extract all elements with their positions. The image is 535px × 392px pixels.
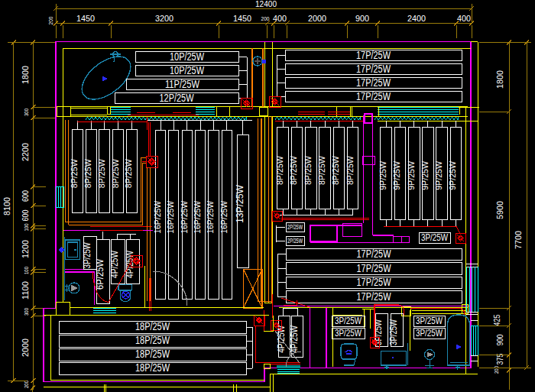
svg-text:425: 425 — [492, 314, 501, 326]
svg-text:4P/25W: 4P/25W — [110, 250, 121, 278]
svg-text:6P/25W: 6P/25W — [95, 259, 105, 290]
svg-text:8P/25W: 8P/25W — [123, 158, 134, 188]
svg-text:300: 300 — [24, 109, 29, 116]
svg-text:16P/25W: 16P/25W — [219, 200, 229, 234]
svg-text:8P/25W: 8P/25W — [330, 155, 341, 185]
svg-text:8P/25W: 8P/25W — [274, 155, 285, 185]
svg-text:9P/25W: 9P/25W — [420, 160, 430, 190]
svg-text:5900: 5900 — [495, 201, 504, 219]
svg-text:8P/25W: 8P/25W — [110, 158, 121, 188]
svg-text:18P/25W: 18P/25W — [135, 319, 170, 332]
svg-text:200: 200 — [24, 381, 29, 388]
svg-text:16P/25W: 16P/25W — [179, 200, 190, 234]
svg-text:600: 600 — [21, 190, 30, 202]
svg-text:16P/25W: 16P/25W — [165, 200, 176, 234]
svg-text:10P/25W: 10P/25W — [170, 50, 205, 63]
svg-text:17P/25W: 17P/25W — [357, 275, 392, 288]
svg-text:4P/25W: 4P/25W — [289, 325, 300, 353]
svg-text:8P/25W: 8P/25W — [316, 155, 327, 185]
svg-text:9P/25W: 9P/25W — [433, 160, 444, 190]
svg-text:2200: 2200 — [21, 143, 30, 161]
svg-text:8P/25W: 8P/25W — [345, 155, 355, 185]
svg-text:17P/25W: 17P/25W — [356, 48, 391, 61]
svg-text:16P/25W: 16P/25W — [206, 200, 216, 234]
svg-text:3200: 3200 — [155, 14, 173, 23]
svg-text:18P/25W: 18P/25W — [135, 347, 170, 360]
svg-text:8P/25W: 8P/25W — [83, 158, 93, 188]
svg-text:200: 200 — [48, 16, 54, 24]
svg-text:18P/25W: 18P/25W — [135, 361, 170, 374]
svg-text:9P/25W: 9P/25W — [391, 160, 402, 190]
svg-text:1450: 1450 — [233, 14, 251, 23]
svg-text:17P/25W: 17P/25W — [357, 261, 392, 274]
svg-text:2000: 2000 — [21, 339, 30, 357]
svg-text:17P/25W: 17P/25W — [356, 89, 391, 102]
svg-text:17P/25W: 17P/25W — [356, 62, 391, 75]
svg-text:8P/25W: 8P/25W — [288, 155, 299, 185]
svg-text:17P/25W: 17P/25W — [357, 290, 392, 303]
svg-text:400: 400 — [273, 14, 287, 23]
svg-text:2400: 2400 — [407, 14, 426, 23]
svg-text:3P/25W: 3P/25W — [335, 327, 362, 339]
svg-text:1100: 1100 — [21, 281, 30, 300]
svg-text:18P/25W: 18P/25W — [135, 333, 170, 346]
svg-text:9P/25W: 9P/25W — [378, 160, 388, 190]
svg-text:11P/25W: 11P/25W — [165, 77, 200, 90]
svg-text:3P/25W: 3P/25W — [82, 242, 92, 269]
svg-text:8P/25W: 8P/25W — [69, 158, 79, 188]
svg-text:8P/25W: 8P/25W — [96, 158, 107, 188]
svg-text:400: 400 — [457, 14, 471, 23]
svg-text:8P/25W: 8P/25W — [303, 155, 313, 185]
svg-text:100: 100 — [24, 267, 29, 274]
svg-text:9P/25W: 9P/25W — [406, 160, 417, 190]
svg-text:3P/25W: 3P/25W — [421, 232, 448, 243]
svg-text:1200: 1200 — [21, 240, 30, 258]
svg-text:3P/25W: 3P/25W — [388, 319, 399, 345]
svg-text:1450: 1450 — [76, 14, 95, 23]
svg-text:8100: 8100 — [2, 197, 11, 215]
svg-text:7700: 7700 — [514, 231, 523, 249]
svg-text:2000: 2000 — [308, 14, 326, 23]
svg-text:3P/25W: 3P/25W — [416, 327, 443, 339]
svg-text:300: 300 — [24, 308, 29, 316]
svg-text:13P/25W: 13P/25W — [235, 185, 245, 223]
svg-text:3P/25W: 3P/25W — [416, 315, 443, 326]
svg-text:9P/25W: 9P/25W — [447, 160, 458, 190]
svg-text:2P/25W: 2P/25W — [287, 223, 303, 231]
svg-text:1800: 1800 — [21, 66, 30, 84]
svg-text:200: 200 — [494, 366, 499, 374]
svg-text:17P/25W: 17P/25W — [357, 247, 392, 260]
svg-text:600: 600 — [21, 209, 30, 221]
svg-text:17P/25W: 17P/25W — [356, 76, 391, 89]
svg-text:1800: 1800 — [495, 70, 504, 89]
svg-text:10P/25W: 10P/25W — [170, 63, 205, 76]
svg-text:3P/25W: 3P/25W — [335, 315, 362, 326]
svg-text:900: 900 — [355, 14, 369, 23]
svg-text:900: 900 — [495, 334, 504, 345]
svg-text:2P/25W: 2P/25W — [287, 237, 303, 245]
svg-text:16P/25W: 16P/25W — [152, 200, 163, 234]
svg-text:12400: 12400 — [255, 0, 277, 8]
svg-text:200: 200 — [261, 16, 270, 21]
svg-text:16P/25W: 16P/25W — [192, 200, 203, 234]
svg-text:12P/25W: 12P/25W — [160, 91, 195, 104]
svg-text:100: 100 — [24, 223, 29, 231]
